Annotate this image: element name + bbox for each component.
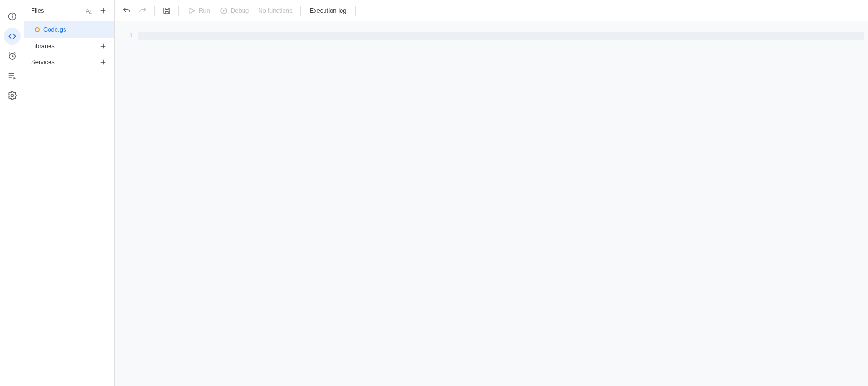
redo-icon: [138, 7, 147, 15]
toolbar-separator: [355, 6, 356, 16]
run-label: Run: [199, 7, 210, 14]
unsaved-indicator-icon: [35, 27, 40, 32]
undo-icon: [122, 7, 131, 15]
undo-button[interactable]: [120, 3, 134, 18]
svg-line-6: [9, 53, 10, 54]
add-file-button[interactable]: [97, 4, 110, 17]
main-area: Run Debug No functions Execution log 1: [115, 0, 868, 386]
plus-icon: [99, 58, 107, 66]
execution-log-button[interactable]: Execution log: [306, 3, 350, 18]
playlist-play-icon: [8, 71, 17, 80]
code-icon: [8, 32, 17, 41]
svg-marker-20: [190, 8, 194, 13]
editor-toolbar: Run Debug No functions Execution log: [115, 0, 868, 21]
svg-rect-19: [164, 8, 170, 14]
nav-settings[interactable]: [4, 87, 21, 104]
save-icon: [162, 7, 171, 15]
alarm-clock-icon: [8, 51, 17, 61]
code-editor[interactable]: 1: [115, 21, 868, 386]
gear-icon: [8, 91, 17, 100]
nav-rail: [0, 0, 24, 386]
run-button[interactable]: Run: [184, 3, 214, 18]
info-circle-icon: [8, 12, 17, 21]
execution-log-label: Execution log: [309, 7, 346, 14]
plus-icon: [99, 42, 107, 50]
files-section-header: Files AZ: [24, 0, 114, 21]
sort-files-button[interactable]: AZ: [82, 4, 96, 17]
files-title: Files: [31, 7, 44, 14]
files-panel: Files AZ Code.gs Libraries Services: [24, 0, 115, 386]
function-select-label: No functions: [258, 7, 292, 14]
app-root: Files AZ Code.gs Libraries Services: [0, 0, 868, 386]
svg-point-2: [12, 15, 12, 15]
debug-label: Debug: [231, 7, 249, 14]
sort-az-icon: AZ: [86, 8, 92, 14]
function-select[interactable]: No functions: [254, 3, 296, 18]
nav-editor[interactable]: [4, 28, 21, 45]
svg-marker-11: [13, 77, 16, 80]
services-title: Services: [31, 58, 55, 65]
file-item[interactable]: Code.gs: [24, 21, 114, 38]
svg-line-7: [14, 53, 15, 54]
code-area[interactable]: [138, 21, 868, 386]
play-icon: [187, 7, 196, 15]
toolbar-separator: [300, 6, 301, 16]
nav-overview[interactable]: [4, 8, 21, 25]
toolbar-separator: [178, 6, 179, 16]
nav-triggers[interactable]: [4, 48, 21, 64]
toolbar-separator: [154, 6, 155, 16]
libraries-title: Libraries: [31, 42, 55, 49]
svg-marker-22: [223, 9, 225, 12]
code-line-highlight: [138, 32, 864, 40]
line-number: 1: [115, 32, 133, 39]
debug-button[interactable]: Debug: [216, 3, 252, 18]
plus-icon: [99, 7, 107, 15]
redo-button[interactable]: [136, 3, 150, 18]
add-library-button[interactable]: [97, 40, 110, 53]
svg-point-12: [11, 95, 13, 97]
file-name: Code.gs: [43, 26, 66, 33]
add-service-button[interactable]: [97, 56, 110, 69]
files-header-actions: AZ: [82, 4, 110, 17]
debug-icon: [219, 7, 228, 15]
svg-line-5: [12, 56, 14, 57]
line-gutter: 1: [115, 21, 138, 386]
nav-executions[interactable]: [4, 67, 21, 84]
services-section[interactable]: Services: [24, 54, 114, 70]
save-button[interactable]: [160, 3, 174, 18]
libraries-section[interactable]: Libraries: [24, 38, 114, 54]
